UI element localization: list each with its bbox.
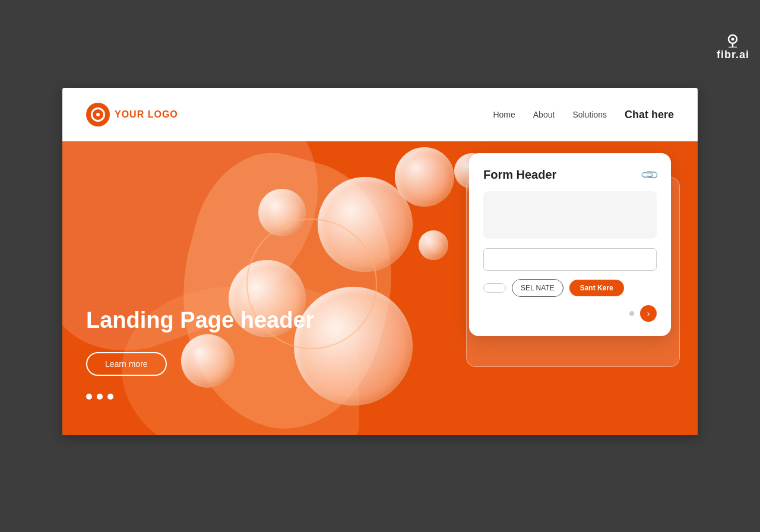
form-footer: › xyxy=(483,305,657,322)
form-buttons: SEL NATE Sant Kere xyxy=(483,279,657,297)
fibr-icon xyxy=(724,34,741,48)
hero-title: Landing Page header xyxy=(86,307,314,334)
hero-section: Landing Page header Learn more Form Head… xyxy=(62,141,698,435)
nav-solutions[interactable]: Solutions xyxy=(572,110,607,119)
nav-home[interactable]: Home xyxy=(493,110,515,119)
form-text-input[interactable] xyxy=(483,248,657,271)
form-header-row: Form Header 📎 xyxy=(483,167,657,182)
paperclip-icon: 📎 xyxy=(639,164,660,185)
fibr-text: fibr.ai xyxy=(717,49,749,61)
hero-dot-3 xyxy=(107,394,113,400)
form-header-title: Form Header xyxy=(483,168,556,182)
learn-more-button[interactable]: Learn more xyxy=(86,352,167,376)
nav-links: Home About Solutions Chat here xyxy=(493,109,674,121)
svg-point-1 xyxy=(732,38,734,41)
bubble-8 xyxy=(419,230,448,260)
bubble-2 xyxy=(395,147,454,207)
logo-area: YOUR LOGO xyxy=(86,103,178,126)
form-tag-button[interactable]: SEL NATE xyxy=(512,279,563,297)
hero-dot-1 xyxy=(86,394,92,400)
nav-about[interactable]: About xyxy=(533,110,555,119)
logo-text: YOUR LOGO xyxy=(115,109,178,120)
hero-dots xyxy=(86,394,113,400)
website-container: YOUR LOGO Home About Solutions Chat here… xyxy=(62,88,698,435)
form-outline-button[interactable] xyxy=(483,283,506,293)
hero-content: Landing Page header Learn more xyxy=(86,307,314,376)
hero-dot-2 xyxy=(97,394,103,400)
form-next-button[interactable]: › xyxy=(640,305,657,322)
logo-icon xyxy=(86,103,110,126)
form-image-placeholder xyxy=(483,191,657,239)
navbar: YOUR LOGO Home About Solutions Chat here xyxy=(62,88,698,141)
form-card: Form Header 📎 SEL NATE Sant Kere › xyxy=(469,153,671,336)
fibr-watermark: fibr.ai xyxy=(717,34,749,61)
form-dot xyxy=(629,311,634,316)
nav-chat[interactable]: Chat here xyxy=(625,109,674,121)
form-primary-button[interactable]: Sant Kere xyxy=(569,280,624,296)
